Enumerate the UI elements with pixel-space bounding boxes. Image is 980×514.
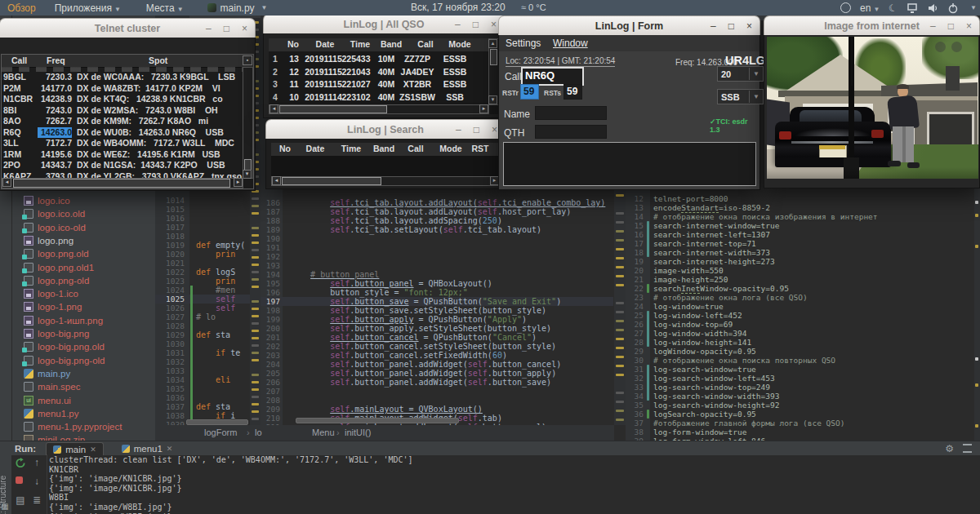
telnet-spot-row[interactable]: 9BGL7230.3DX de WC0AAA: 7230.3 K9BGL LSB <box>2 72 243 83</box>
close-button[interactable]: × <box>491 20 497 29</box>
volume-icon[interactable] <box>927 2 938 14</box>
overlay-refresh-icon[interactable] <box>935 42 946 52</box>
column-header[interactable]: Mode <box>439 143 461 156</box>
project-file[interactable]: logo-big.png-old <box>24 354 105 367</box>
project-file[interactable]: logo-1-ишп.png <box>24 314 103 327</box>
close-button[interactable]: × <box>746 22 752 30</box>
scroll-down-icon[interactable]: ▾ <box>243 170 252 179</box>
breadcrumb-item[interactable]: logForm <box>204 428 237 437</box>
column-header[interactable]: Date <box>306 143 325 156</box>
minimize-button[interactable]: – <box>455 20 461 29</box>
maximize-button[interactable]: □ <box>473 20 479 29</box>
call-input[interactable]: NR6Q <box>521 67 584 86</box>
tool-window-icon[interactable]: ▦ <box>0 502 11 511</box>
close-button[interactable]: × <box>242 24 247 33</box>
up-arrow-icon[interactable]: ↑ <box>30 457 43 468</box>
horizontal-scrollbar[interactable]: ◂ ▸ <box>269 104 489 114</box>
power-icon[interactable] <box>947 2 959 14</box>
telnet-spot-row[interactable]: 8BI7243.0DX de W2MSA: 7243.0 W8BI OH <box>2 105 243 117</box>
maximize-button[interactable]: □ <box>948 22 954 30</box>
menu-settings[interactable]: Settings <box>506 38 541 49</box>
telnet-spot-row[interactable]: 3LL7172.7DX de WB4OMM: 7172.7 W3LL MDC <box>2 138 243 149</box>
project-file[interactable]: logo-1.ico <box>24 287 78 300</box>
project-file[interactable]: logo.ico.old <box>24 207 85 220</box>
close-button[interactable]: × <box>966 22 972 30</box>
scroll-down-icon[interactable]: ▾ <box>488 95 497 104</box>
chevron-down-icon[interactable]: ▼ <box>970 4 977 11</box>
name-input[interactable] <box>535 106 607 120</box>
telnet-spot-row[interactable]: 8AO7262.7DX de KM9M: 7262.7 K8AO mi <box>2 116 243 127</box>
breadcrumb-item[interactable]: Menu <box>312 428 335 437</box>
search-titlebar[interactable]: LinLog | Search –□× <box>265 119 506 140</box>
project-file[interactable]: logo.png.old1 <box>24 261 94 274</box>
run-tab-main[interactable]: main✕ <box>46 442 103 455</box>
stop-icon[interactable] <box>16 476 23 484</box>
comment-textarea[interactable] <box>503 142 756 186</box>
column-header[interactable]: Freq <box>47 55 65 67</box>
rsts-input[interactable]: 59 <box>564 84 582 100</box>
project-file[interactable]: uimenu.ui <box>24 394 71 407</box>
gear-icon[interactable]: ⚙ <box>945 443 954 454</box>
weather-indicator[interactable]: ≈ 0 °C <box>521 0 546 16</box>
minimize-button[interactable]: – <box>930 22 936 30</box>
run-tab-menu1[interactable]: menu1✕ <box>115 443 180 455</box>
vertical-scrollbar[interactable]: ▾ <box>243 67 253 179</box>
project-file[interactable]: logo.ico <box>24 194 70 207</box>
scroll-right-icon[interactable]: ▸ <box>479 104 488 113</box>
telnet-spot-row[interactable]: 2PO14343.7DX de N1GSA: 14343.7 K2PO USB <box>2 160 243 171</box>
project-file[interactable]: menu-1.py.pyproject <box>24 420 122 433</box>
minimize-button[interactable]: – <box>456 126 461 134</box>
qso-row[interactable]: 2122019111522104340MJA4DEYESSB <box>269 66 489 79</box>
horizontal-scrollbar[interactable]: ◂ ▸ <box>271 176 500 186</box>
horizontal-scrollbar[interactable]: ◂ ▸ <box>2 178 243 188</box>
qso-titlebar[interactable]: LinLog | All QSO –□× <box>263 14 505 35</box>
project-file[interactable]: main.py <box>24 367 70 380</box>
minimize-button[interactable]: – <box>710 22 716 30</box>
close-icon[interactable]: ✕ <box>167 445 173 453</box>
form-titlebar[interactable]: LinLog | Form –□× <box>498 16 760 37</box>
console-list-icon[interactable]: ▤ <box>14 494 27 506</box>
qso-row[interactable]: 3112019111522102740MXT2BRESSB <box>269 78 489 91</box>
activities-button[interactable]: Обзор <box>7 2 36 14</box>
scroll-left-icon[interactable]: ◂ <box>270 104 278 113</box>
image-titlebar[interactable]: Image from internet –□× <box>764 16 980 37</box>
telnet-spot-row[interactable]: R6Q14263.0DX de WU0B: 14263.0 NR6Q USB <box>2 127 243 139</box>
close-icon[interactable]: ✕ <box>90 445 96 454</box>
project-tree[interactable]: logo.icologo.ico.oldlogo.ico-oldlogo.png… <box>12 191 155 454</box>
overlay-zoom-icon[interactable] <box>951 42 962 52</box>
project-file[interactable]: menu1.py <box>24 407 79 420</box>
column-header[interactable]: RST <box>472 143 489 156</box>
network-icon[interactable] <box>906 2 918 14</box>
telnet-titlebar[interactable]: Telnet cluster –□× <box>0 18 256 39</box>
mode-combo[interactable]: SSB▼ <box>717 89 764 104</box>
band-combo[interactable]: 20▼ <box>717 66 764 82</box>
qth-input[interactable] <box>535 125 607 139</box>
center-editor-hscroll[interactable] <box>296 418 459 423</box>
breadcrumb-item[interactable]: initUI() <box>345 428 371 437</box>
down-arrow-icon[interactable]: ↓ <box>30 476 43 487</box>
telnet-spot-row[interactable]: P2M14177.0DX de WA8ZBT: 14177.0 KP2M VI <box>2 83 243 95</box>
column-header[interactable]: Call <box>11 55 27 67</box>
column-header[interactable]: Band <box>373 143 394 156</box>
qso-row[interactable]: 4102019111422310240MZS1SBWSSB <box>269 91 489 104</box>
clock[interactable]: Вск, 17 ноября 23:20 <box>411 0 506 16</box>
breadcrumb[interactable]: logForm › lo Menu › initUI() <box>155 425 614 441</box>
telnet-spot-row[interactable]: 1RM14195.6DX de WE6Z: 14195.6 K1RM USB <box>2 149 243 161</box>
scroll-left-icon[interactable]: ◂ <box>272 176 281 185</box>
telnet-spot-table[interactable]: CallFreqSpot ▪ 9BGL7230.3DX de WC0AAA: 7… <box>1 54 254 189</box>
keyboard-layout[interactable]: en▼ <box>860 2 880 14</box>
column-header[interactable]: Call <box>408 143 423 156</box>
table-corner-button[interactable]: ▪ <box>243 55 252 65</box>
close-button[interactable]: × <box>492 126 497 134</box>
collapse-icon[interactable] <box>963 444 972 453</box>
project-file[interactable]: main.spec <box>24 380 80 393</box>
column-header[interactable]: Spot <box>149 55 167 67</box>
scroll-left-icon[interactable]: ◂ <box>2 178 11 187</box>
menu-window[interactable]: Window <box>553 38 588 49</box>
maximize-button[interactable]: □ <box>474 126 479 134</box>
telnet-spot-row[interactable]: N1CBR14238.9DX de KT4Q: 14238.9 KN1CBR c… <box>2 94 243 105</box>
maximize-button[interactable]: □ <box>728 22 734 30</box>
project-file[interactable]: logo-1.png <box>24 300 82 313</box>
app-menu[interactable]: main.py▼ <box>207 2 268 14</box>
scroll-up-icon[interactable]: ▴ <box>488 39 497 48</box>
